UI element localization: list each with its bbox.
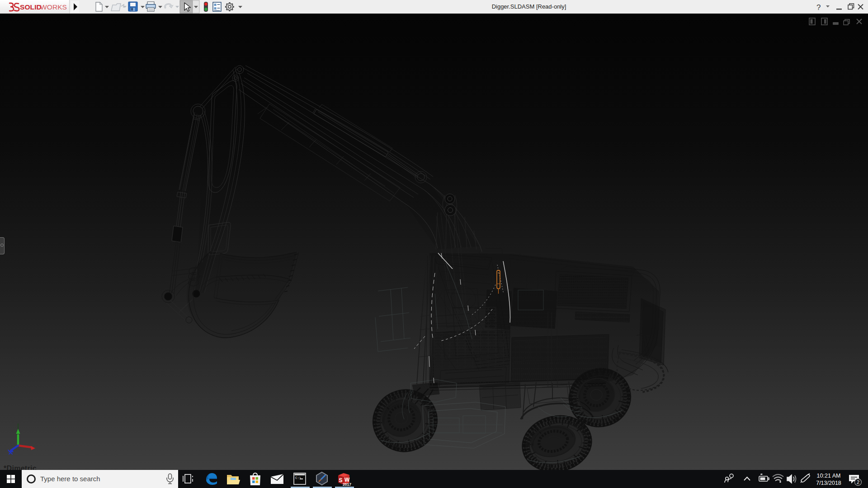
svg-text:2017: 2017 (343, 482, 351, 487)
svg-text:7/13/2018: 7/13/2018 (816, 480, 841, 486)
svg-text:SOLID: SOLID (20, 3, 42, 11)
svg-text:WORKS: WORKS (40, 3, 67, 11)
svg-text:C:\: C:\ (295, 476, 302, 480)
svg-text:10:21 AM: 10:21 AM (817, 473, 841, 479)
svg-text:S: S (339, 477, 343, 483)
svg-text:?: ? (816, 3, 821, 12)
svg-text:2: 2 (857, 479, 859, 485)
